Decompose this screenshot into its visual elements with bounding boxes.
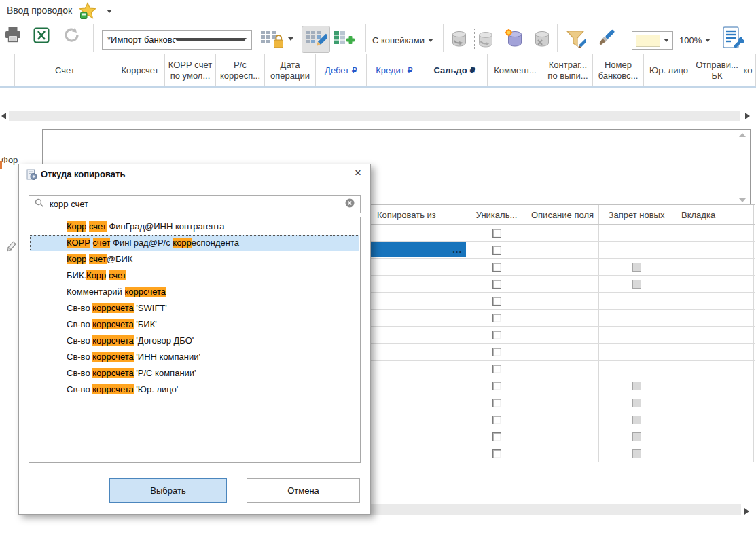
unique-checkbox[interactable] <box>492 297 501 306</box>
grid-column-header-10[interactable]: Контраг...по выпи... <box>543 54 593 86</box>
table-row[interactable] <box>370 411 755 428</box>
table-cell[interactable] <box>674 344 754 360</box>
table-cell[interactable] <box>370 327 467 343</box>
database-arrow-selected-button[interactable] <box>474 29 497 50</box>
unique-checkbox[interactable] <box>492 382 501 390</box>
column-header-forbid-new[interactable]: Запрет новых <box>599 205 674 224</box>
table-cell[interactable] <box>599 327 674 343</box>
unique-checkbox[interactable] <box>492 263 501 272</box>
table-cell[interactable] <box>526 445 599 462</box>
table-cell[interactable] <box>467 242 526 258</box>
table-cell[interactable]: ... <box>370 242 467 258</box>
report-selector-combobox[interactable]: *Импорт банковской вып... <box>102 30 252 50</box>
table-cell[interactable] <box>370 344 467 360</box>
table-cell[interactable] <box>467 310 526 326</box>
grid-column-header-1[interactable]: Счет <box>15 54 115 86</box>
selected-copy-from-cell[interactable]: ... <box>371 242 466 257</box>
favorites-star-icon[interactable] <box>79 2 96 22</box>
table-cell[interactable] <box>526 361 599 377</box>
dialog-list-item[interactable]: КОРР счет ФинГрад@Р/с корреспондента <box>30 235 359 251</box>
grid-column-header-4[interactable]: Р/скорресп... <box>216 54 265 86</box>
table-cell[interactable] <box>674 310 754 326</box>
bottom-scroll-right-arrow[interactable] <box>744 508 749 515</box>
excel-export-button[interactable] <box>33 27 50 43</box>
table-row[interactable] <box>370 276 755 293</box>
table-cell[interactable] <box>370 394 467 411</box>
favorites-caret-icon[interactable] <box>107 10 112 13</box>
table-cell[interactable] <box>599 225 674 241</box>
unique-checkbox[interactable] <box>492 314 501 322</box>
table-cell[interactable] <box>467 293 526 309</box>
column-header-tab[interactable]: Вкладка <box>674 205 754 224</box>
unique-checkbox[interactable] <box>492 246 501 255</box>
table-cell[interactable] <box>599 344 674 360</box>
select-button[interactable]: Выбрать <box>109 478 227 503</box>
unique-checkbox[interactable] <box>492 280 501 289</box>
table-cell[interactable] <box>526 242 599 258</box>
format-brush-button[interactable] <box>594 29 615 50</box>
table-cell[interactable] <box>599 310 674 326</box>
table-cell[interactable] <box>467 327 526 343</box>
table-cell[interactable] <box>599 394 674 411</box>
table-cell[interactable] <box>370 377 467 394</box>
table-row[interactable] <box>370 259 755 276</box>
dialog-list-item[interactable]: Св-во коррсчета 'БИК' <box>30 316 359 333</box>
table-cell[interactable] <box>526 394 599 411</box>
dialog-list-item[interactable]: Корр счет ФинГрад@ИНН контрагента <box>30 219 359 235</box>
table-cell[interactable] <box>674 361 754 377</box>
table-cell[interactable] <box>526 377 599 394</box>
unique-checkbox[interactable] <box>492 348 501 356</box>
table-cell[interactable] <box>674 411 754 428</box>
zoom-dropdown[interactable]: 100% <box>679 30 710 50</box>
dialog-close-button[interactable]: × <box>355 166 361 180</box>
table-cell[interactable] <box>674 445 754 462</box>
table-cell[interactable] <box>599 361 674 377</box>
grid-column-header-12[interactable]: Юр. лицо <box>644 54 694 86</box>
unique-checkbox[interactable] <box>492 331 501 339</box>
table-cell[interactable] <box>599 293 674 309</box>
table-cell[interactable] <box>599 259 674 275</box>
table-cell[interactable] <box>370 411 467 428</box>
table-cell[interactable] <box>599 242 674 258</box>
table-cell[interactable] <box>370 276 467 292</box>
table-cell[interactable] <box>674 327 754 343</box>
grid-column-header-8[interactable]: Сальдо ₽ <box>422 54 488 86</box>
table-cell[interactable] <box>370 310 467 326</box>
report-settings-button[interactable] <box>720 26 744 50</box>
table-cell[interactable] <box>599 428 674 445</box>
table-cell[interactable] <box>526 259 599 275</box>
unique-checkbox[interactable] <box>492 449 501 458</box>
grid-column-header-6[interactable]: Дебет ₽ <box>316 54 367 86</box>
table-cell[interactable] <box>467 361 526 377</box>
table-row[interactable] <box>370 361 755 377</box>
table-cell[interactable] <box>599 276 674 292</box>
table-cell[interactable] <box>674 242 754 258</box>
unique-checkbox[interactable] <box>492 416 501 424</box>
dialog-list-item[interactable]: БИК.Корр счет <box>30 268 359 284</box>
layout-lock-button[interactable] <box>260 29 283 50</box>
table-cell[interactable] <box>674 225 754 241</box>
color-picker-combobox[interactable] <box>632 31 673 50</box>
unique-checkbox[interactable] <box>492 365 501 373</box>
table-row[interactable] <box>370 445 755 462</box>
grid-column-header-14[interactable]: ко <box>740 54 756 86</box>
search-input[interactable] <box>48 198 341 210</box>
add-column-button[interactable] <box>333 29 355 49</box>
cancel-button[interactable]: Отмена <box>247 478 360 503</box>
table-cell[interactable] <box>599 377 674 394</box>
filter-edit-button[interactable] <box>564 29 586 50</box>
table-cell[interactable] <box>370 361 467 377</box>
panel-scroll-down-arrow[interactable] <box>739 198 746 202</box>
scroll-right-arrow[interactable] <box>745 113 750 119</box>
table-cell[interactable] <box>674 276 754 292</box>
table-row[interactable] <box>370 293 755 310</box>
table-cell[interactable] <box>526 411 599 428</box>
grid-column-header-5[interactable]: Датаоперации <box>265 54 316 86</box>
table-cell[interactable] <box>599 411 674 428</box>
scroll-left-arrow[interactable] <box>1 113 6 119</box>
table-cell[interactable] <box>467 411 526 428</box>
table-row[interactable] <box>370 327 755 344</box>
print-button[interactable] <box>4 26 22 43</box>
refresh-button[interactable] <box>62 26 81 44</box>
column-header-copy-from[interactable]: Копировать из <box>370 205 467 224</box>
